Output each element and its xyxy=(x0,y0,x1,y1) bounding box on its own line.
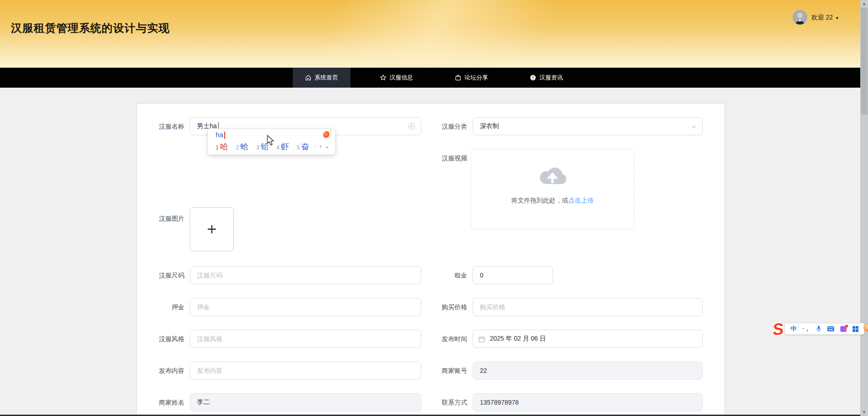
keyboard-icon[interactable] xyxy=(827,326,834,332)
ime-candidate-popup: ha 1哈 2蛤 3铪 4虾 5奋 ‹ › ⌄ xyxy=(207,129,335,155)
ime-expand-icon[interactable]: ⌄ xyxy=(325,143,330,149)
calendar-icon xyxy=(478,336,485,342)
punctuation-icon[interactable]: ·， xyxy=(802,325,810,333)
hanfu-category-select[interactable]: 深衣制 xyxy=(473,117,703,135)
chinese-mode-icon[interactable]: 中 xyxy=(790,325,796,333)
rent-input[interactable] xyxy=(473,266,553,284)
ime-prev-page-icon[interactable]: ‹ xyxy=(314,143,316,149)
hanfu-category-label: 汉服分类 xyxy=(419,117,467,135)
ime-composition: ha xyxy=(216,131,223,139)
ime-candidate-3[interactable]: 3铪 xyxy=(256,141,269,152)
tab-label: 汉服信息 xyxy=(390,74,413,82)
page: 汉服租赁管理系统的设计与实现 欢迎 22▼ 系统首页 汉服信息 xyxy=(0,0,868,416)
main-nav: 系统首页 汉服信息 论坛分享 汉服资讯 xyxy=(0,68,868,88)
publish-content-input[interactable] xyxy=(190,362,421,380)
skin-icon[interactable] xyxy=(840,326,847,332)
hanfu-video-label: 汉服视频 xyxy=(419,149,467,167)
purchase-price-label: 购买价格 xyxy=(419,298,467,316)
tab-hanfu-news[interactable]: 汉服资讯 xyxy=(518,68,575,88)
image-upload-button[interactable]: + xyxy=(190,207,234,251)
contact-label: 联系方式 xyxy=(419,393,467,411)
tab-hanfu-info[interactable]: 汉服信息 xyxy=(368,68,425,88)
briefcase-icon xyxy=(455,74,461,81)
info-icon xyxy=(530,74,536,81)
tab-label: 系统首页 xyxy=(315,74,338,82)
hanfu-image-label: 汉服图片 xyxy=(137,209,184,228)
deposit-label: 押金 xyxy=(137,298,184,316)
sogou-fox-icon[interactable] xyxy=(323,131,330,139)
hanfu-size-label: 汉服尺码 xyxy=(137,266,184,284)
ime-candidate-5[interactable]: 5奋 xyxy=(297,141,310,152)
hanfu-size-input[interactable] xyxy=(190,266,421,284)
contact-input[interactable] xyxy=(473,393,703,411)
merchant-name-input[interactable] xyxy=(190,393,421,411)
publish-time-label: 发布时间 xyxy=(419,330,467,348)
merchant-name-label: 商家姓名 xyxy=(137,393,184,411)
hanfu-style-label: 汉服风格 xyxy=(137,330,184,348)
tab-label: 汉服资讯 xyxy=(539,74,563,82)
welcome-menu[interactable]: 欢迎 22▼ xyxy=(811,14,839,22)
ime-candidate-1[interactable]: 1哈 xyxy=(216,141,228,152)
chevron-down-icon xyxy=(691,125,696,129)
plus-icon: + xyxy=(207,221,217,238)
ime-next-page-icon[interactable]: › xyxy=(320,143,321,149)
star-icon xyxy=(380,74,386,81)
ime-candidate-4[interactable]: 4虾 xyxy=(276,141,289,152)
avatar-photo xyxy=(793,10,807,25)
chevron-down-icon: ▼ xyxy=(835,16,839,20)
vertical-scrollbar[interactable]: ▲ ▼ xyxy=(860,0,868,416)
drag-text: 将文件拖到此处，或 xyxy=(511,197,568,204)
page-title: 汉服租赁管理系统的设计与实现 xyxy=(11,21,170,35)
ime-caret xyxy=(224,132,225,139)
toolbox-icon[interactable] xyxy=(853,326,858,332)
tab-system-home[interactable]: 系统首页 xyxy=(293,68,350,88)
scrollbar-thumb[interactable] xyxy=(861,8,868,114)
hanfu-name-label: 汉服名称 xyxy=(137,117,184,135)
sogou-logo[interactable]: S xyxy=(772,319,784,339)
video-upload-dropzone[interactable]: 将文件拖到此处，或点击上传 xyxy=(471,149,634,229)
scroll-down-arrow[interactable]: ▼ xyxy=(860,408,868,416)
microphone-icon[interactable] xyxy=(816,326,821,332)
publish-time-value: 2025 年 02 月 06 日 xyxy=(480,335,546,343)
purchase-price-input[interactable] xyxy=(473,298,703,316)
selected-value: 深衣制 xyxy=(480,122,499,130)
merchant-account-label: 商家账号 xyxy=(419,362,467,380)
user-avatar[interactable] xyxy=(793,10,807,25)
home-icon xyxy=(305,74,311,81)
clear-icon[interactable]: ✕ xyxy=(408,123,415,130)
ime-candidate-2[interactable]: 2蛤 xyxy=(236,141,249,152)
ime-candidates: 1哈 2蛤 3铪 4虾 5奋 xyxy=(216,141,309,152)
scroll-up-arrow[interactable]: ▲ xyxy=(860,0,868,8)
click-upload-link[interactable]: 点击上传 xyxy=(568,197,594,204)
sogou-toolbar-pill: 中 ·， xyxy=(784,323,864,335)
hanfu-style-input[interactable] xyxy=(190,330,421,348)
welcome-text: 欢迎 22 xyxy=(811,14,833,21)
tab-label: 论坛分享 xyxy=(464,74,488,82)
deposit-input[interactable] xyxy=(190,298,421,316)
merchant-account-input[interactable] xyxy=(473,362,703,380)
publish-content-label: 发布内容 xyxy=(137,362,184,380)
app-header: 汉服租赁管理系统的设计与实现 欢迎 22▼ xyxy=(0,0,868,68)
tab-forum-share[interactable]: 论坛分享 xyxy=(443,68,500,88)
upload-cloud-icon xyxy=(537,164,568,185)
rent-label: 租金 xyxy=(419,266,467,284)
publish-time-picker[interactable]: 2025 年 02 月 06 日 xyxy=(473,330,703,348)
